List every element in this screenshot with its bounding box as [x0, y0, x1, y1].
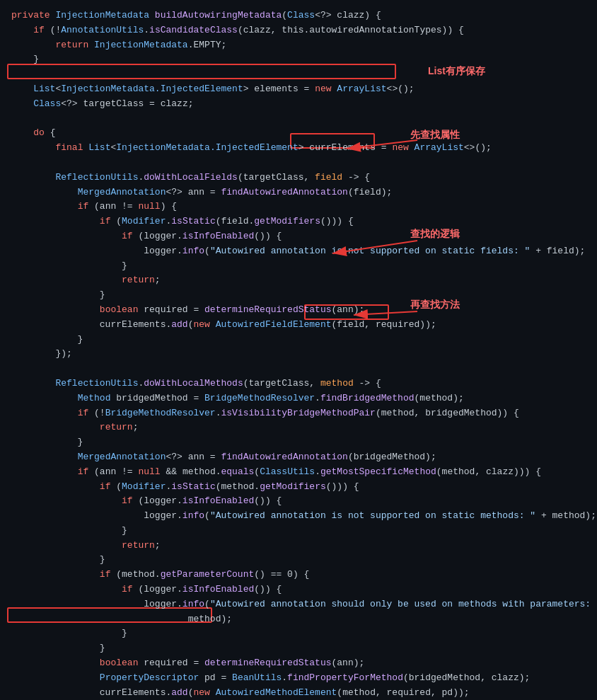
- code-line-22: currElements.add(new AutowiredFieldEleme…: [0, 318, 597, 333]
- code-line-46: PropertyDescriptor pd = BeanUtils.findPr…: [0, 671, 597, 686]
- code-line-11: [0, 156, 597, 171]
- code-line-34: if (logger.isInfoEnabled()) {: [0, 494, 597, 509]
- code-line-8: [0, 112, 597, 127]
- code-line-39: if (method.getParameterCount() == 0) {: [0, 568, 597, 583]
- code-line-43: }: [0, 626, 597, 641]
- code-line-31: MergedAnnotation<?> ann = findAutowiredA…: [0, 450, 597, 465]
- code-line-29: return;: [0, 420, 597, 435]
- code-line-13: MergedAnnotation<?> ann = findAutowiredA…: [0, 185, 597, 200]
- code-line-41: logger.info("Autowired annotation should…: [0, 597, 597, 612]
- code-line-2: if (!AnnotationUtils.isCandidateClass(cl…: [0, 23, 597, 38]
- code-line-15: if (Modifier.isStatic(field.getModifiers…: [0, 214, 597, 229]
- code-line-21: boolean required = determineRequiredStat…: [0, 303, 597, 318]
- code-line-5: [0, 67, 597, 82]
- code-line-12: ReflectionUtils.doWithLocalFields(target…: [0, 171, 597, 185]
- code-line-10: final List<InjectionMetadata.InjectedEle…: [0, 141, 597, 156]
- code-line-32: if (ann != null && method.equals(ClassUt…: [0, 465, 597, 480]
- code-line-7: Class<?> targetClass = clazz;: [0, 97, 597, 112]
- code-line-26: ReflectionUtils.doWithLocalMethods(targe…: [0, 377, 597, 391]
- code-line-20: }: [0, 288, 597, 303]
- code-line-27: Method bridgedMethod = BridgeMethodResol…: [0, 391, 597, 406]
- code-line-44: }: [0, 641, 597, 656]
- code-line-9: do {: [0, 126, 597, 141]
- code-line-28: if (!BridgeMethodResolver.isVisibilityBr…: [0, 406, 597, 421]
- code-line-17: logger.info("Autowired annotation is not…: [0, 244, 597, 259]
- code-line-24: });: [0, 347, 597, 362]
- code-line-6: List<InjectionMetadata.InjectedElement> …: [0, 82, 597, 97]
- code-line-35: logger.info("Autowired annotation is not…: [0, 509, 597, 524]
- code-line-19: return;: [0, 273, 597, 288]
- code-line-30: }: [0, 435, 597, 450]
- code-line-45: boolean required = determineRequiredStat…: [0, 656, 597, 671]
- code-line-37: return;: [0, 539, 597, 553]
- code-line-36: }: [0, 524, 597, 539]
- code-viewer: List有序保存 先查找属性 查找的逻辑 再查找方法 private Injec…: [0, 0, 597, 700]
- code-line-40: if (logger.isInfoEnabled()) {: [0, 583, 597, 597]
- code-line-18: }: [0, 259, 597, 274]
- code-line-4: }: [0, 52, 597, 67]
- code-line-25: [0, 362, 597, 377]
- code-line-3: return InjectionMetadata.EMPTY;: [0, 38, 597, 53]
- code-line-1: private InjectionMetadata buildAutowirin…: [0, 8, 597, 23]
- code-line-16: if (logger.isInfoEnabled()) {: [0, 229, 597, 244]
- code-line-14: if (ann != null) {: [0, 200, 597, 214]
- code-line-38: }: [0, 553, 597, 568]
- code-line-33: if (Modifier.isStatic(method.getModifier…: [0, 480, 597, 495]
- code-line-47: currElements.add(new AutowiredMethodElem…: [0, 686, 597, 700]
- code-line-42: method);: [0, 612, 597, 627]
- code-line-23: }: [0, 333, 597, 348]
